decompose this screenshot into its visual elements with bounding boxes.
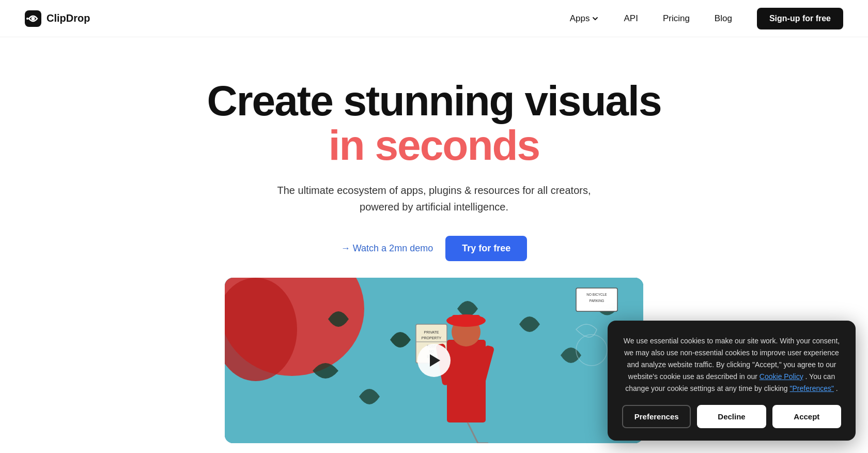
hero-subtitle: The ultimate ecosystem of apps, plugins … bbox=[25, 182, 843, 215]
hero-title-line1: Create stunning visuals bbox=[207, 77, 661, 124]
cookie-preferences-link-inline[interactable]: "Preferences" bbox=[790, 384, 834, 392]
play-triangle-icon bbox=[430, 354, 440, 367]
hero-video[interactable]: PRIVATE PROPERTY POST NO BILLS NO BICYCL… bbox=[225, 278, 643, 443]
svg-point-2 bbox=[26, 18, 28, 20]
svg-rect-20 bbox=[452, 315, 480, 324]
clipdrop-logo-icon bbox=[25, 10, 41, 27]
nav-api[interactable]: API bbox=[624, 13, 638, 24]
svg-text:NO BICYCLE: NO BICYCLE bbox=[586, 293, 607, 296]
cookie-message: We use essential cookies to make our sit… bbox=[622, 335, 841, 395]
svg-text:PARKING: PARKING bbox=[590, 299, 605, 303]
nav-pricing[interactable]: Pricing bbox=[663, 13, 690, 24]
cookie-policy-link[interactable]: Cookie Policy bbox=[760, 372, 803, 381]
chevron-down-icon bbox=[592, 15, 599, 22]
hero-title: Create stunning visuals in seconds bbox=[25, 79, 843, 168]
hero-cta-buttons: → Watch a 2mn demo Try for free bbox=[25, 236, 843, 261]
cookie-preferences-button[interactable]: Preferences bbox=[622, 405, 691, 428]
signup-button[interactable]: Sign-up for free bbox=[757, 8, 843, 29]
demo-link[interactable]: → Watch a 2mn demo bbox=[341, 243, 433, 254]
navbar: ClipDrop Apps API Pricing Blog Sign-up f… bbox=[0, 0, 868, 37]
svg-point-1 bbox=[32, 17, 35, 20]
nav-links: Apps API Pricing Blog Sign-up for free bbox=[570, 8, 843, 29]
svg-text:PRIVATE: PRIVATE bbox=[424, 330, 439, 334]
cookie-accept-button[interactable]: Accept bbox=[772, 405, 841, 428]
cookie-buttons: Preferences Decline Accept bbox=[622, 405, 841, 428]
hero-title-line2: in seconds bbox=[25, 123, 843, 168]
nav-blog[interactable]: Blog bbox=[715, 13, 732, 24]
logo-text: ClipDrop bbox=[47, 12, 90, 24]
cookie-banner: We use essential cookies to make our sit… bbox=[608, 321, 856, 441]
video-play-button[interactable] bbox=[417, 344, 451, 377]
try-free-button[interactable]: Try for free bbox=[445, 236, 527, 261]
cookie-decline-button[interactable]: Decline bbox=[697, 405, 766, 428]
logo[interactable]: ClipDrop bbox=[25, 10, 90, 27]
nav-apps[interactable]: Apps bbox=[570, 13, 599, 24]
svg-text:PROPERTY: PROPERTY bbox=[422, 336, 442, 340]
